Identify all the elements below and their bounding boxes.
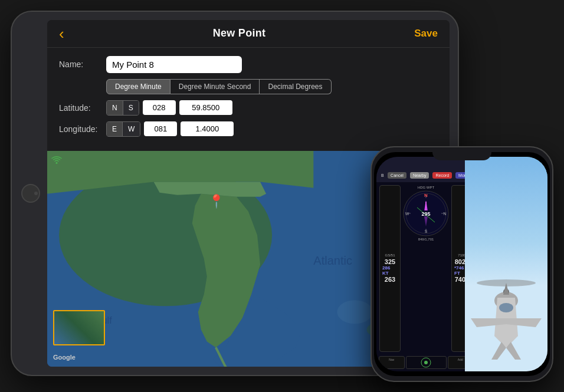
iphone-instruments: BELL 1 LONDON CTY AIRPORT (LCY ... Cance… xyxy=(376,157,476,371)
instruments-main-row: GS/51 325 286 KT 263 HDG WPT xyxy=(376,182,476,355)
back-button[interactable]: ‹ xyxy=(59,26,64,41)
svg-text:W: W xyxy=(405,212,409,216)
bottom-instruments: Nav Add xyxy=(376,355,476,371)
ns-toggle[interactable]: N S xyxy=(106,100,139,116)
north-button[interactable]: N xyxy=(107,101,123,115)
iphone-device: BELL 1 LONDON CTY AIRPORT (LCY ... Cance… xyxy=(370,146,553,382)
scene: ‹ New Point Save Name: Degree Minute Deg… xyxy=(11,11,553,382)
ipad-camera xyxy=(34,192,38,195)
gs-value-bot: 263 xyxy=(385,276,395,283)
plane-illustration xyxy=(465,265,547,371)
google-logo: Google xyxy=(53,354,76,361)
latitude-label: Latitude: xyxy=(59,103,106,113)
longitude-row: Longitude: E W xyxy=(59,121,438,137)
iphone-screen: BELL 1 LONDON CTY AIRPORT (LCY ... Cance… xyxy=(374,152,550,376)
svg-text:295: 295 xyxy=(421,211,430,217)
name-label: Name: xyxy=(59,60,106,69)
instrument-panel: GS/51 325 286 KT 263 HDG WPT xyxy=(376,182,476,371)
longitude-label: Longitude: xyxy=(59,124,106,134)
svg-text:Atlantic: Atlantic xyxy=(313,254,352,267)
cancel-button[interactable]: Cancel xyxy=(388,172,406,179)
iphone-notch xyxy=(432,147,491,160)
svg-point-4 xyxy=(337,300,372,324)
latitude-row: Latitude: N S xyxy=(59,100,438,116)
center-bottom xyxy=(406,356,447,369)
latitude-decimal-input[interactable] xyxy=(179,100,232,115)
record-button[interactable]: Record xyxy=(432,172,452,179)
segment-decimal-degrees[interactable]: Decimal Degrees xyxy=(260,79,331,94)
compass-panel: HDG WPT N S W N xyxy=(401,185,451,353)
svg-point-26 xyxy=(499,303,513,312)
segment-degree-minute-second[interactable]: Degree Minute Second xyxy=(170,79,260,94)
name-row: Name: xyxy=(59,56,438,73)
wifi-icon xyxy=(51,156,63,167)
form-area: Name: Degree Minute Degree Minute Second… xyxy=(47,48,450,151)
left-instrument: GS/51 325 286 KT 263 xyxy=(379,185,401,352)
iphone-photo-panel xyxy=(465,157,547,371)
map-pin: 📍 xyxy=(208,194,224,209)
compass-svg: N S W N xyxy=(402,190,450,237)
segment-degree-minute[interactable]: Degree Minute xyxy=(106,79,170,94)
latitude-degrees-input[interactable] xyxy=(143,100,176,115)
ew-toggle[interactable]: E W xyxy=(106,121,140,137)
course-value: 849/1,701 xyxy=(418,238,434,241)
south-button[interactable]: S xyxy=(123,101,139,115)
longitude-decimal-input[interactable] xyxy=(181,121,234,136)
svg-text:N: N xyxy=(443,212,446,216)
latitude-inputs: N S xyxy=(106,100,232,116)
header-bar: ‹ New Point Save xyxy=(47,20,450,48)
gs-label: GS/51 xyxy=(385,253,395,257)
gs-value-top: 325 xyxy=(385,258,395,265)
name-input[interactable] xyxy=(106,56,242,73)
gs-value-mid: 286 KT xyxy=(382,265,398,276)
iphone-flight-title: BELL 1 LONDON CTY AIRPORT (LCY ... xyxy=(381,173,384,177)
nav-label: Nav xyxy=(389,358,394,361)
mini-map[interactable] xyxy=(53,310,105,345)
svg-point-6 xyxy=(56,162,58,164)
longitude-degrees-input[interactable] xyxy=(144,121,177,136)
iphone-header: BELL 1 LONDON CTY AIRPORT (LCY ... Cance… xyxy=(376,157,476,182)
nav-button[interactable]: Nav xyxy=(379,356,405,369)
segment-control: Degree Minute Degree Minute Second Decim… xyxy=(106,79,438,94)
svg-point-23 xyxy=(424,361,428,364)
east-button[interactable]: E xyxy=(107,122,122,136)
hdg-label: HDG WPT xyxy=(418,186,434,189)
add-label: Add xyxy=(458,358,463,361)
page-title: New Point xyxy=(213,27,266,39)
nearby-button[interactable]: Nearby xyxy=(410,172,429,179)
longitude-inputs: E W xyxy=(106,121,234,137)
west-button[interactable]: W xyxy=(123,122,140,136)
save-button[interactable]: Save xyxy=(414,28,438,39)
